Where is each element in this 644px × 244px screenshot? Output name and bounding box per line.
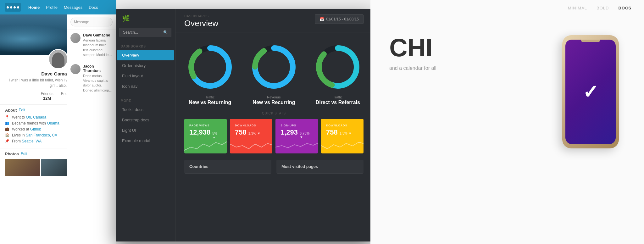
big-heading: CHI bbox=[389, 34, 433, 62]
messages-panel: Message Dave Gamache Aenean lacinia bibe… bbox=[67, 14, 116, 244]
dash-search-input[interactable]: Search... 🔍 bbox=[119, 28, 171, 37]
about-lives-text: Lives in San Francisco, CA bbox=[12, 133, 57, 137]
sidebar-item-light-ui[interactable]: Light UI bbox=[117, 125, 174, 136]
donut-label-top-1: Traffic bbox=[205, 95, 215, 99]
lives-link[interactable]: San Francisco, CA bbox=[26, 133, 57, 137]
dash-sidebar: 🌿 Search... 🔍 DASHBOARDS Overview Order … bbox=[116, 9, 175, 241]
stat-card-label-signups: SIGN-UPS bbox=[280, 124, 313, 127]
message-input-wrap: Message bbox=[67, 14, 116, 30]
about-label: About bbox=[5, 108, 17, 113]
wave-svg-2 bbox=[230, 138, 272, 153]
friends-with-link[interactable]: Obama bbox=[47, 121, 59, 125]
work-link[interactable]: Github bbox=[30, 127, 41, 131]
quick-stats-grid: PAGE VIEWS 12,938 5% ▲ DOWNLOADS 758 1.3… bbox=[184, 119, 364, 153]
about-friends-text: Became friends with Obama bbox=[12, 121, 59, 125]
sidebar-item-bootstrap-docs[interactable]: Bootstrap docs bbox=[117, 115, 174, 125]
location-icon: 📍 bbox=[5, 115, 9, 119]
message-item-2[interactable]: Jacon Thornton: Done metus. Vivamus sagi… bbox=[67, 61, 116, 97]
countries-table-title: Countries bbox=[189, 164, 266, 169]
logo-dot-4 bbox=[17, 6, 19, 8]
logo-dots bbox=[7, 6, 19, 8]
donut-label-top-2: Revenue bbox=[267, 95, 281, 99]
right-nav-docs[interactable]: DOCS bbox=[618, 6, 631, 10]
right-subtitle: and a calendar for all bbox=[389, 65, 543, 71]
msg-name-2: Jacon Thornton: bbox=[83, 64, 113, 73]
donut-label-main-2: New vs Recurring bbox=[253, 100, 295, 105]
sidebar-item-overview[interactable]: Overview bbox=[117, 50, 174, 60]
big-heading-group: CHI bbox=[389, 35, 543, 60]
wave-svg-3 bbox=[275, 138, 318, 153]
stat-card-label-pageviews: PAGE VIEWS bbox=[189, 124, 222, 127]
friends-label: Friends bbox=[41, 92, 53, 96]
sidebar-item-example-modal[interactable]: Example modal bbox=[117, 136, 174, 146]
dash-main: DASHBOARDS Overview 📅 01/01/15 - 01/08/1… bbox=[175, 9, 372, 241]
donut-label-main-1: New vs Returning bbox=[189, 100, 231, 105]
went-link[interactable]: Oh, Canada bbox=[26, 115, 46, 119]
stat-card-value-row-2: 758 1.3% ▼ bbox=[235, 128, 267, 136]
quick-stats-section: QUICK STATS PAGE VIEWS 12,938 5% ▲ DOWNL… bbox=[175, 112, 372, 160]
dash-title-group: DASHBOARDS Overview bbox=[184, 14, 218, 28]
nav-profile[interactable]: Profile bbox=[46, 5, 58, 10]
donut-label-top-3: Traffic bbox=[333, 95, 342, 99]
message-item-1[interactable]: Dave Gamache Aenean lacinia bibendum nul… bbox=[67, 30, 116, 61]
dash-logo: 🌿 bbox=[116, 9, 175, 28]
checkmark-icon: ✓ bbox=[583, 81, 598, 103]
donut-chart-1: Traffic New vs Returning bbox=[185, 42, 235, 105]
stat-card-page-views: PAGE VIEWS 12,938 5% ▲ bbox=[184, 119, 227, 153]
most-visited-table-title: Most visited pages bbox=[281, 164, 358, 169]
countries-table: Countries bbox=[184, 160, 271, 174]
about-went-text: Went to Oh, Canada bbox=[12, 115, 46, 119]
msg-text-2: Done metus. Vivamus sagittis dolor aucto… bbox=[83, 74, 113, 93]
wave-svg-4 bbox=[321, 138, 364, 153]
about-edit-link[interactable]: Edit bbox=[19, 108, 25, 112]
right-nav-minimal[interactable]: MINIMAL bbox=[568, 6, 587, 10]
nav-docs[interactable]: Docs bbox=[89, 5, 98, 10]
date-range-button[interactable]: 📅 01/01/15 - 01/08/15 bbox=[315, 14, 364, 24]
home-icon: 🏠 bbox=[5, 133, 9, 137]
quick-stats-label: QUICK STATS bbox=[184, 112, 364, 115]
avatar-silhouette bbox=[52, 53, 64, 68]
photos-label: Photos bbox=[5, 152, 19, 156]
stat-card-downloads: DOWNLOADS 758 1.3% ▼ bbox=[230, 119, 272, 153]
photo-thumb-1[interactable] bbox=[5, 159, 40, 176]
stat-card-label-downloads: DOWNLOADS bbox=[235, 124, 267, 127]
message-input-display: Message bbox=[70, 18, 113, 26]
stat-card-label-downloads-2: DOWNLOADS bbox=[326, 124, 358, 127]
donut-charts-section: Traffic New vs Returning Revenue New vs … bbox=[175, 32, 372, 112]
stat-card-value-row-1: 12,938 5% ▲ bbox=[189, 128, 222, 139]
nav-messages[interactable]: Messages bbox=[64, 5, 82, 10]
stat-card-value-signups: 1,293 bbox=[280, 128, 298, 136]
bottom-section: Countries Most visited pages bbox=[175, 160, 372, 180]
phone-notch bbox=[581, 40, 600, 42]
logo-dot-2 bbox=[10, 6, 12, 8]
stat-card-value-downloads-2: 758 bbox=[326, 128, 338, 136]
msg-name-1: Dave Gamache bbox=[83, 33, 113, 37]
countries-table-header: Countries bbox=[184, 160, 271, 174]
calendar-icon: 📅 bbox=[319, 17, 324, 21]
wave-svg-1 bbox=[184, 138, 227, 153]
sidebar-item-order-history[interactable]: Order history bbox=[117, 60, 174, 71]
stat-card-signups: SIGN-UPS 1,293 6.75% ▼ bbox=[275, 119, 318, 153]
nav-links: Home Profile Messages Docs bbox=[28, 5, 98, 10]
sidebar-item-fluid-layout[interactable]: Fluid layout bbox=[117, 71, 174, 81]
donut-svg-2 bbox=[249, 42, 299, 92]
dash-search-container: Search... 🔍 bbox=[116, 28, 175, 42]
dashboard-modal: 🌿 Search... 🔍 DASHBOARDS Overview Order … bbox=[116, 9, 372, 241]
donut-svg-3 bbox=[313, 42, 363, 92]
work-icon: 💼 bbox=[5, 127, 9, 131]
nav-home[interactable]: Home bbox=[28, 5, 40, 10]
right-text-side: CHI and a calendar for all bbox=[389, 35, 543, 71]
photos-edit-link[interactable]: Edit bbox=[21, 152, 27, 156]
sidebar-item-icon-nav[interactable]: Icon nav bbox=[117, 81, 174, 92]
msg-avatar-2 bbox=[70, 64, 80, 74]
stat-card-value-row-3: 1,293 6.75% ▼ bbox=[280, 128, 313, 139]
right-nav-bold[interactable]: BOLD bbox=[597, 6, 609, 10]
from-link[interactable]: Seattle, WA bbox=[22, 139, 42, 143]
about-from-text: From Seattle, WA bbox=[12, 139, 42, 143]
most-visited-table: Most visited pages bbox=[276, 160, 364, 174]
msg-text-1: Aenean lacinia bibendum nulla fels euism… bbox=[83, 38, 113, 58]
friends-icon: 👥 bbox=[5, 121, 9, 125]
msg-content-2: Jacon Thornton: Done metus. Vivamus sagi… bbox=[83, 64, 113, 93]
right-content: CHI and a calendar for all ✓ bbox=[370, 16, 644, 161]
sidebar-item-toolkit-docs[interactable]: Toolkit docs bbox=[117, 104, 174, 115]
